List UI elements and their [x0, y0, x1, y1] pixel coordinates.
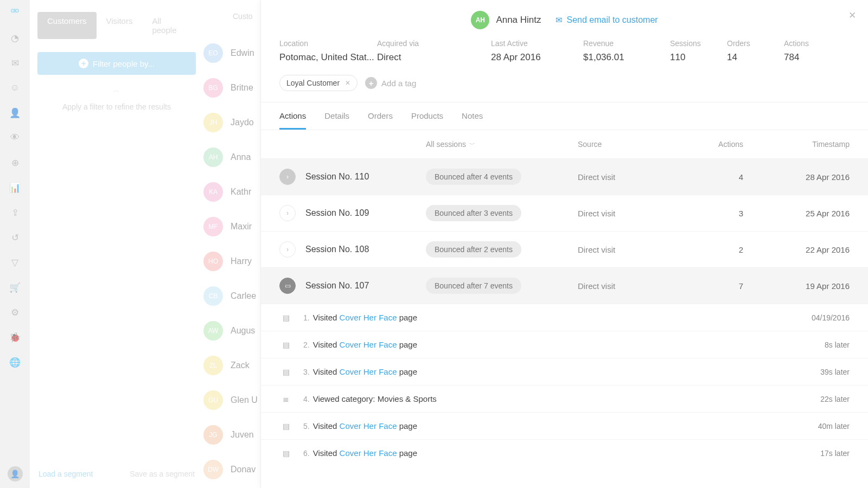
person-avatar: DW	[203, 460, 223, 479]
event-link[interactable]: Cover Her Face	[340, 448, 397, 458]
save-segment-link[interactable]: Save as a segment	[130, 470, 195, 478]
session-row[interactable]: ›Session No. 109Bounced after 3 eventsDi…	[261, 195, 868, 231]
tab-details[interactable]: Details	[324, 111, 349, 130]
expand-icon[interactable]: ›	[279, 205, 296, 221]
person-name: Anna	[231, 152, 251, 162]
session-badge: Bounced after 3 events	[426, 208, 578, 218]
tab-all-people[interactable]: All people	[142, 12, 196, 39]
person-row[interactable]: DWDonav	[203, 460, 269, 479]
chart-icon[interactable]: 📊	[10, 182, 21, 193]
load-segment-link[interactable]: Load a segment	[39, 470, 93, 478]
remove-tag-icon[interactable]: ✕	[345, 79, 350, 87]
tab-customers[interactable]: Customers	[37, 12, 97, 39]
page-icon: ▤	[283, 313, 292, 322]
person-row[interactable]: JGJuven	[203, 425, 269, 445]
add-tag-button[interactable]: + Add a tag	[365, 77, 416, 89]
tab-notes[interactable]: Notes	[462, 111, 483, 130]
event-row: ▤3.Visited Cover Her Face page39s later	[261, 358, 868, 385]
bug-icon[interactable]: 🐞	[10, 332, 21, 343]
close-icon[interactable]: ✕	[848, 10, 856, 21]
person-row[interactable]: GUGlen U	[203, 390, 269, 410]
person-row[interactable]: CBCarlee	[203, 286, 269, 306]
event-text: Visited Cover Her Face page	[313, 448, 417, 458]
person-avatar: AW	[203, 321, 223, 341]
screen-icon[interactable]: ▭	[279, 278, 296, 294]
gear-icon[interactable]: ⚙	[10, 307, 21, 318]
col-timestamp: Timestamp	[743, 140, 850, 149]
event-text: Visited Cover Her Face page	[313, 421, 417, 431]
session-source: Direct visit	[578, 281, 684, 291]
stat-label-location: Location	[279, 39, 377, 48]
person-row[interactable]: MFMaxir	[203, 217, 269, 236]
stat-label-acquired: Acquired via	[377, 39, 491, 48]
user-avatar[interactable]: 👤	[8, 466, 23, 481]
session-badge: Bounced after 4 events	[426, 172, 578, 182]
person-avatar: BG	[203, 78, 223, 98]
mail-icon[interactable]: ✉	[10, 57, 21, 68]
detail-tabs: Actions Details Orders Products Notes	[261, 102, 868, 130]
bot-icon[interactable]: ☺	[10, 82, 21, 93]
person-row[interactable]: HOHarry	[203, 252, 269, 271]
share-icon[interactable]: ⇪	[10, 207, 21, 218]
stat-value-sessions: 110	[670, 52, 727, 63]
chevron-down-icon: ﹀	[469, 140, 475, 149]
filter-hint: Apply a filter to refine the results	[37, 102, 196, 111]
event-link[interactable]: Cover Her Face	[340, 313, 397, 322]
tab-orders[interactable]: Orders	[368, 111, 393, 130]
stat-label-actions: Actions	[784, 39, 838, 48]
person-name: Jaydo	[231, 118, 254, 127]
tab-actions[interactable]: Actions	[279, 111, 306, 130]
person-avatar: KA	[203, 182, 223, 202]
people-icon[interactable]: 👤	[10, 107, 21, 118]
person-row[interactable]: AWAugus	[203, 321, 269, 341]
session-row[interactable]: ›Session No. 108Bounced after 2 eventsDi…	[261, 231, 868, 267]
session-actions: 4	[684, 172, 743, 182]
person-row[interactable]: KAKathr	[203, 182, 269, 202]
person-avatar: HO	[203, 252, 223, 271]
globe-icon[interactable]: 🌐	[10, 357, 21, 368]
tag-chip[interactable]: Loyal Customer ✕	[279, 75, 358, 91]
dashboard-icon[interactable]: ◔	[10, 33, 21, 43]
customer-stats: LocationPotomac, United Stat... Acquired…	[261, 39, 868, 75]
person-row[interactable]: ZLZack	[203, 356, 269, 375]
expand-icon[interactable]: ›	[279, 169, 296, 185]
funnel-icon[interactable]: ▽	[10, 257, 21, 268]
event-number: 1.	[303, 313, 310, 322]
tab-products[interactable]: Products	[411, 111, 443, 130]
cart-icon[interactable]: 🛒	[10, 282, 21, 293]
event-number: 4.	[303, 395, 310, 403]
person-name: Edwin	[231, 48, 254, 58]
plus-icon: +	[79, 59, 88, 68]
filter-sidebar: Customers Visitors All people + Filter p…	[30, 0, 203, 488]
event-number: 2.	[303, 341, 310, 349]
chevron-up-icon[interactable]: ︿	[37, 86, 196, 95]
sessions-filter-dropdown[interactable]: All sessions﹀	[426, 140, 578, 149]
event-text: Visited Cover Her Face page	[313, 313, 417, 322]
event-link[interactable]: Cover Her Face	[340, 421, 397, 431]
person-name: Carlee	[231, 291, 256, 301]
session-timestamp: 25 Apr 2016	[743, 209, 850, 218]
filter-people-button[interactable]: + Filter people by...	[37, 52, 196, 75]
session-row[interactable]: ▭Session No. 107Bounced after 7 eventsDi…	[261, 267, 868, 304]
person-row[interactable]: AHAnna	[203, 147, 269, 167]
send-email-link[interactable]: ✉ Send email to customer	[556, 15, 658, 25]
history-icon[interactable]: ↺	[10, 232, 21, 243]
event-link[interactable]: Cover Her Face	[340, 367, 397, 376]
person-row[interactable]: EOEdwin	[203, 43, 269, 63]
person-name: Harry	[231, 256, 252, 266]
tab-visitors[interactable]: Visitors	[97, 12, 143, 39]
person-row[interactable]: BGBritne	[203, 78, 269, 98]
nav-rail: ⚮ ◔ ✉ ☺ 👤 👁 ⊕ 📊 ⇪ ↺ ▽ 🛒 ⚙ 🐞 🌐 👤	[0, 0, 30, 488]
expand-icon[interactable]: ›	[279, 241, 296, 258]
person-row[interactable]: JHJaydo	[203, 113, 269, 132]
eye-icon[interactable]: 👁	[10, 132, 21, 143]
person-name: Augus	[231, 326, 255, 336]
target-icon[interactable]: ⊕	[10, 157, 21, 168]
session-row[interactable]: ›Session No. 110Bounced after 4 eventsDi…	[261, 158, 868, 195]
customer-detail-panel: AH Anna Hintz ✉ Send email to customer ✕…	[260, 0, 868, 488]
logo-icon[interactable]: ⚮	[10, 4, 20, 17]
event-link[interactable]: Cover Her Face	[340, 340, 397, 349]
event-text: Viewed category: Movies & Sports	[313, 394, 437, 403]
event-row: ▤2.Visited Cover Her Face page8s later	[261, 331, 868, 358]
session-name: Session No. 109	[305, 208, 426, 218]
